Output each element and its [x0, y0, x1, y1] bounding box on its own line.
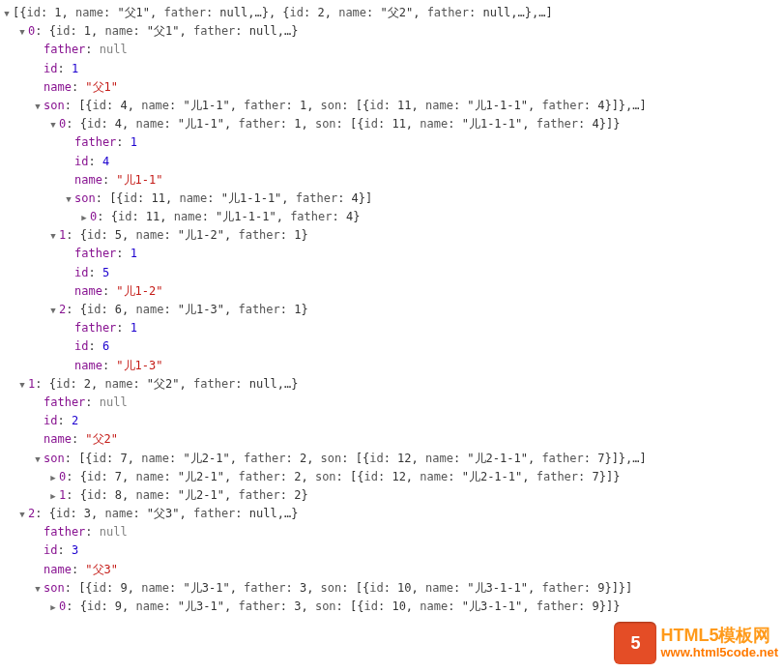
- console-tree: ▼[{id: 1, name: "父1", father: null,…}, {…: [0, 4, 784, 616]
- tree-row[interactable]: name: "父3": [0, 561, 784, 579]
- tree-row[interactable]: id: 4: [0, 153, 784, 171]
- tree-row-content: name: "父3": [44, 563, 118, 576]
- tree-row[interactable]: ▶1: {id: 8, name: "儿2-1", father: 2}: [0, 486, 784, 505]
- disclosure-open-icon[interactable]: ▼: [48, 229, 58, 243]
- tree-row[interactable]: father: 1: [0, 245, 784, 263]
- tree-row[interactable]: father: 1: [0, 133, 784, 152]
- disclosure-closed-icon[interactable]: ▶: [48, 489, 58, 503]
- tree-row-content: id: 2: [44, 414, 78, 427]
- tree-row[interactable]: name: "父2": [0, 430, 784, 449]
- tree-row[interactable]: ▼0: {id: 1, name: "父1", father: null,…}: [0, 22, 784, 41]
- tree-row[interactable]: ▶0: {id: 11, name: "儿1-1-1", father: 4}: [0, 208, 784, 226]
- disclosure-open-icon[interactable]: ▼: [48, 304, 58, 317]
- disclosure-closed-icon[interactable]: ▶: [79, 211, 89, 224]
- tree-row[interactable]: ▼son: [{id: 11, name: "儿1-1-1", father: …: [0, 190, 784, 208]
- tree-row[interactable]: id: 2: [0, 412, 784, 430]
- tree-row[interactable]: ▼son: [{id: 7, name: "儿2-1", father: 2, …: [0, 450, 784, 468]
- tree-row-content: name: "父2": [44, 432, 118, 446]
- disclosure-open-icon[interactable]: ▼: [2, 7, 12, 20]
- tree-row-content: son: [{id: 11, name: "儿1-1-1", father: 4…: [74, 191, 372, 205]
- tree-row[interactable]: name: "儿1-2": [0, 282, 784, 301]
- tree-row-content: name: "儿1-3": [74, 359, 162, 372]
- tree-row-content: id: 3: [44, 543, 78, 557]
- tree-row[interactable]: ▼1: {id: 5, name: "儿1-2", father: 1}: [0, 226, 784, 245]
- tree-row-content: son: [{id: 7, name: "儿2-1", father: 2, s…: [44, 452, 647, 465]
- disclosure-open-icon[interactable]: ▼: [33, 100, 43, 113]
- tree-row-content: father: null: [44, 395, 128, 409]
- tree-row[interactable]: father: 1: [0, 319, 784, 337]
- disclosure-closed-icon[interactable]: ▶: [48, 600, 58, 614]
- tree-row-content: 1: {id: 8, name: "儿2-1", father: 2}: [59, 488, 308, 502]
- tree-row[interactable]: id: 1: [0, 60, 784, 78]
- tree-row-content: 2: {id: 3, name: "父3", father: null,…}: [28, 507, 298, 520]
- disclosure-open-icon[interactable]: ▼: [17, 378, 27, 392]
- tree-row-content: father: 1: [74, 321, 137, 335]
- tree-row-content: id: 5: [74, 266, 109, 279]
- tree-row-content: 2: {id: 6, name: "儿1-3", father: 1}: [59, 303, 308, 316]
- tree-row-content: father: null: [44, 43, 128, 56]
- disclosure-closed-icon[interactable]: ▶: [48, 471, 58, 484]
- tree-row-content: id: 1: [44, 62, 78, 75]
- tree-row-content: father: 1: [74, 247, 137, 260]
- tree-row[interactable]: ▼1: {id: 2, name: "父2", father: null,…}: [0, 375, 784, 394]
- tree-row[interactable]: ▼2: {id: 3, name: "父3", father: null,…}: [0, 505, 784, 523]
- tree-row[interactable]: ▼2: {id: 6, name: "儿1-3", father: 1}: [0, 301, 784, 319]
- disclosure-open-icon[interactable]: ▼: [17, 508, 27, 521]
- tree-row-content: 0: {id: 9, name: "儿3-1", father: 3, son:…: [59, 599, 620, 613]
- tree-row[interactable]: ▼son: [{id: 9, name: "儿3-1", father: 3, …: [0, 579, 784, 598]
- tree-row[interactable]: ▼[{id: 1, name: "父1", father: null,…}, {…: [0, 4, 784, 22]
- tree-row[interactable]: name: "父1": [0, 78, 784, 97]
- tree-row-content: father: 1: [74, 135, 137, 149]
- disclosure-open-icon[interactable]: ▼: [33, 453, 43, 466]
- tree-row-content: son: [{id: 9, name: "儿3-1", father: 3, s…: [44, 581, 632, 595]
- tree-row[interactable]: ▼0: {id: 4, name: "儿1-1", father: 1, son…: [0, 115, 784, 133]
- tree-row[interactable]: id: 5: [0, 264, 784, 282]
- tree-row-content: 0: {id: 7, name: "儿2-1", father: 2, son:…: [59, 470, 620, 483]
- tree-row[interactable]: name: "儿1-3": [0, 357, 784, 375]
- tree-row-content: father: null: [44, 525, 128, 539]
- tree-row[interactable]: ▶0: {id: 9, name: "儿3-1", father: 3, son…: [0, 598, 784, 616]
- tree-row-content: 1: {id: 2, name: "父2", father: null,…}: [28, 377, 298, 391]
- tree-row-content: name: "儿1-1": [74, 173, 162, 187]
- tree-row[interactable]: father: null: [0, 523, 784, 541]
- tree-row-content: 1: {id: 5, name: "儿1-2", father: 1}: [59, 228, 308, 242]
- disclosure-open-icon[interactable]: ▼: [17, 25, 27, 39]
- tree-row[interactable]: ▼son: [{id: 4, name: "儿1-1", father: 1, …: [0, 97, 784, 115]
- tree-row-content: id: 6: [74, 339, 109, 353]
- tree-row-content: 0: {id: 4, name: "儿1-1", father: 1, son:…: [59, 117, 620, 131]
- disclosure-open-icon[interactable]: ▼: [48, 118, 58, 131]
- tree-row[interactable]: father: null: [0, 394, 784, 412]
- tree-row-content: id: 4: [74, 155, 109, 168]
- disclosure-open-icon[interactable]: ▼: [64, 192, 73, 206]
- tree-row-content: son: [{id: 4, name: "儿1-1", father: 1, s…: [44, 99, 647, 112]
- tree-row[interactable]: id: 3: [0, 541, 784, 560]
- tree-row[interactable]: id: 6: [0, 337, 784, 356]
- tree-row-content: 0: {id: 11, name: "儿1-1-1", father: 4}: [90, 210, 360, 223]
- tree-row-content: name: "儿1-2": [74, 284, 162, 298]
- tree-row[interactable]: father: null: [0, 41, 784, 59]
- disclosure-open-icon[interactable]: ▼: [33, 582, 43, 596]
- tree-row[interactable]: name: "儿1-1": [0, 171, 784, 190]
- tree-row[interactable]: ▶0: {id: 7, name: "儿2-1", father: 2, son…: [0, 468, 784, 486]
- tree-row-content: [{id: 1, name: "父1", father: null,…}, {i…: [13, 6, 553, 19]
- tree-row-content: name: "父1": [44, 80, 118, 94]
- tree-row-content: 0: {id: 1, name: "父1", father: null,…}: [28, 24, 298, 38]
